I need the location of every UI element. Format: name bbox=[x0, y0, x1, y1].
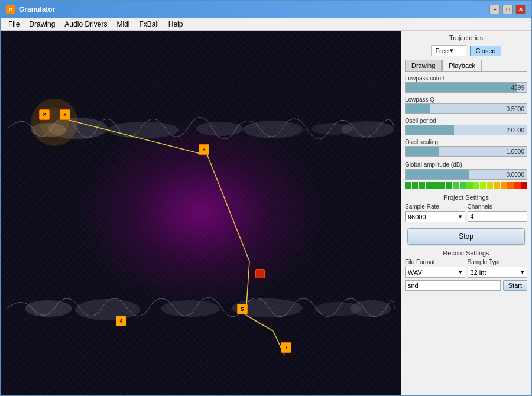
main-window: G Granulator – □ ✕ File Drawing Audio Dr… bbox=[0, 0, 532, 396]
sample-type-label: Sample Type bbox=[468, 259, 528, 265]
sample-rate-arrow-icon: ▾ bbox=[459, 213, 462, 220]
menu-fxball[interactable]: FxBall bbox=[134, 19, 163, 30]
file-format-arrow-icon: ▾ bbox=[459, 268, 462, 276]
grain-point-2[interactable]: 2 bbox=[39, 109, 50, 120]
vu-bar-8 bbox=[453, 182, 459, 189]
oscil-period-value: 2.0000 bbox=[506, 127, 524, 134]
oscil-period-label: Oscil period bbox=[405, 118, 527, 124]
oscil-scaling-value: 1.0000 bbox=[506, 148, 524, 155]
filename-input[interactable] bbox=[405, 280, 501, 291]
oscil-scaling-row: Oscil scaling 1.0000 bbox=[405, 139, 527, 157]
record-filename-row: Start bbox=[405, 280, 527, 291]
project-settings: Project Settings Sample Rate 96000 ▾ Cha… bbox=[405, 194, 527, 222]
title-bar: G Granulator – □ ✕ bbox=[1, 1, 531, 18]
grain-point-6[interactable]: 6 bbox=[60, 109, 70, 120]
amplitude-label: Global amplitude (dB) bbox=[405, 161, 527, 168]
app-icon: G bbox=[6, 5, 15, 14]
vu-bar-16 bbox=[507, 182, 514, 189]
amplitude-value: 0.0000 bbox=[506, 171, 524, 178]
vu-bar-2 bbox=[412, 182, 419, 189]
sample-type-select[interactable]: 32 int ▾ bbox=[468, 267, 528, 278]
vu-bar-15 bbox=[501, 182, 507, 189]
record-settings: Record Settings File Format WAV ▾ Sample… bbox=[405, 249, 527, 291]
menu-bar: File Drawing Audio Drivers Midi FxBall H… bbox=[1, 18, 531, 31]
tab-drawing[interactable]: Drawing bbox=[405, 60, 442, 71]
grain-point-4[interactable]: 4 bbox=[116, 316, 126, 326]
svg-point-12 bbox=[350, 300, 391, 317]
svg-point-8 bbox=[75, 299, 140, 320]
content-area: 2 6 3 4 5 7 Trajectori bbox=[1, 31, 531, 395]
channels-col: Channels 4 bbox=[468, 203, 528, 222]
lowpass-cutoff-label: Lowpass cutoff bbox=[405, 75, 527, 82]
svg-line-14 bbox=[207, 155, 249, 261]
oscil-scaling-label: Oscil scaling bbox=[405, 139, 527, 145]
oscil-period-slider[interactable]: 2.0000 bbox=[405, 125, 527, 135]
grain-point-5[interactable]: 5 bbox=[237, 304, 248, 314]
tab-playback[interactable]: Playback bbox=[442, 60, 482, 71]
channels-input[interactable]: 4 bbox=[468, 211, 528, 222]
lowpass-cutoff-slider[interactable]: 4899 bbox=[405, 82, 527, 93]
amplitude-slider[interactable]: 0.0000 bbox=[405, 169, 527, 180]
sliders-section: Lowpass cutoff 4899 Lowpass Q 0.5000 Osc… bbox=[405, 75, 527, 157]
title-bar-left: G Granulator bbox=[6, 5, 55, 14]
trajectories-closed-button[interactable]: Closed bbox=[470, 46, 501, 56]
menu-midi[interactable]: Midi bbox=[112, 19, 134, 30]
trajectories-free-dropdown[interactable]: Free ▾ bbox=[431, 45, 466, 56]
canvas-area[interactable]: 2 6 3 4 5 7 bbox=[1, 31, 401, 395]
title-bar-buttons: – □ ✕ bbox=[489, 5, 526, 14]
svg-point-6 bbox=[341, 121, 394, 138]
lowpass-q-slider[interactable]: 0.5000 bbox=[405, 103, 527, 114]
menu-file[interactable]: File bbox=[4, 19, 24, 30]
file-format-col: File Format WAV ▾ bbox=[405, 259, 465, 278]
lowpass-q-row: Lowpass Q 0.5000 bbox=[405, 96, 527, 114]
vu-bar-3 bbox=[419, 182, 425, 189]
grain-point-7[interactable]: 7 bbox=[281, 342, 291, 353]
menu-drawing[interactable]: Drawing bbox=[24, 19, 60, 30]
close-button[interactable]: ✕ bbox=[515, 5, 526, 14]
sample-rate-input[interactable]: 96000 ▾ bbox=[405, 211, 465, 222]
menu-help[interactable]: Help bbox=[164, 19, 188, 30]
trajectories-controls: Free ▾ Closed bbox=[405, 45, 527, 56]
maximize-button[interactable]: □ bbox=[502, 5, 513, 14]
vu-bar-18 bbox=[521, 182, 528, 189]
svg-line-16 bbox=[246, 315, 273, 331]
lowpass-cutoff-row: Lowpass cutoff 4899 bbox=[405, 75, 527, 93]
dropdown-arrow-icon: ▾ bbox=[450, 47, 453, 54]
vu-bar-12 bbox=[480, 182, 486, 189]
sample-rate-col: Sample Rate 96000 ▾ bbox=[405, 203, 465, 222]
trajectories-section: Trajectories Free ▾ Closed bbox=[405, 34, 527, 56]
tabs-row: Drawing Playback bbox=[405, 60, 527, 72]
project-settings-label: Project Settings bbox=[405, 194, 527, 201]
amplitude-row: Global amplitude (dB) 0.0000 bbox=[405, 161, 527, 189]
record-settings-label: Record Settings bbox=[405, 249, 527, 257]
vu-bar-5 bbox=[432, 182, 439, 189]
oscil-scaling-slider[interactable]: 1.0000 bbox=[405, 146, 527, 157]
menu-audio-drivers[interactable]: Audio Drivers bbox=[60, 19, 112, 30]
vu-bar-4 bbox=[426, 182, 432, 189]
stop-button[interactable]: Stop bbox=[407, 228, 525, 245]
sample-rate-label: Sample Rate bbox=[405, 203, 465, 210]
grain-point-active[interactable] bbox=[255, 269, 265, 278]
svg-point-7 bbox=[25, 300, 72, 317]
sample-type-col: Sample Type 32 int ▾ bbox=[468, 259, 528, 278]
vu-bar-11 bbox=[473, 182, 480, 189]
lowpass-cutoff-value: 4899 bbox=[511, 85, 524, 91]
vu-bar-13 bbox=[487, 182, 494, 189]
amplitude-section: Global amplitude (dB) 0.0000 bbox=[405, 161, 527, 189]
minimize-button[interactable]: – bbox=[489, 5, 500, 14]
settings-grid: Sample Rate 96000 ▾ Channels 4 bbox=[405, 203, 527, 222]
lowpass-q-value: 0.5000 bbox=[506, 106, 524, 112]
vu-bar-10 bbox=[466, 182, 473, 189]
vu-meter bbox=[405, 182, 527, 189]
file-format-label: File Format bbox=[405, 259, 465, 265]
file-format-select[interactable]: WAV ▾ bbox=[405, 267, 465, 278]
start-record-button[interactable]: Start bbox=[503, 280, 527, 291]
window-title: Granulator bbox=[19, 5, 55, 14]
vu-bar-17 bbox=[514, 182, 521, 189]
vu-bar-14 bbox=[494, 182, 500, 189]
grain-point-3[interactable]: 3 bbox=[199, 144, 209, 155]
vu-bar-9 bbox=[460, 182, 466, 189]
svg-point-4 bbox=[244, 121, 303, 138]
vu-bar-6 bbox=[439, 182, 446, 189]
oscil-period-row: Oscil period 2.0000 bbox=[405, 118, 527, 135]
